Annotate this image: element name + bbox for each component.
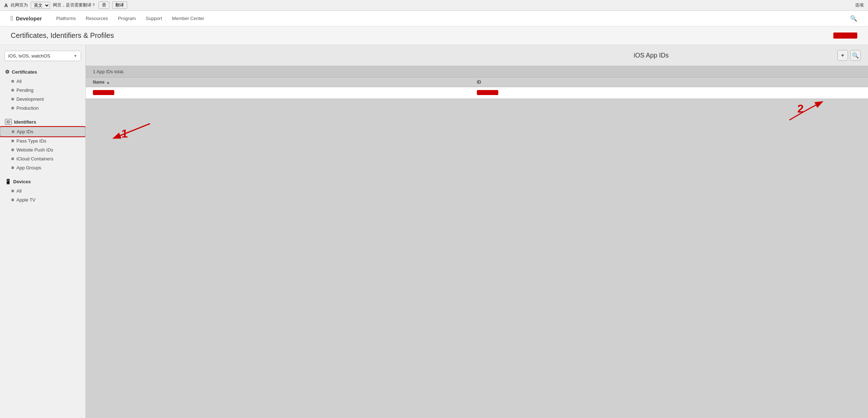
bullet-icon <box>11 140 14 142</box>
sidebar-item-icloud-containers[interactable]: iCloud Containers <box>0 154 85 163</box>
nav-support[interactable]: Support <box>146 16 162 21</box>
devices-icon: 📱 <box>5 179 11 184</box>
content-title: iOS App IDs <box>465 52 837 59</box>
source-language-select[interactable]: 英文 <box>31 2 50 9</box>
col-header-id: ID <box>477 80 861 85</box>
annotation-2-arrow <box>779 99 832 127</box>
devices-section-title: 📱 Devices <box>0 176 85 186</box>
website-push-ids-label: Website Push IDs <box>16 147 53 153</box>
certificates-section-title: ⚙ Certificates <box>0 67 85 77</box>
content-header-actions: + 🔍 <box>837 50 861 61</box>
app-groups-label: App Groups <box>16 165 41 170</box>
user-name[interactable]: Jun Wen <box>833 33 857 39</box>
bullet-icon <box>11 107 14 109</box>
sidebar: iOS, tvOS, watchOS ▼ ⚙ Certificates All … <box>0 45 86 418</box>
table-header: Name ▲ ID <box>86 78 868 87</box>
content-header: iOS App IDs + 🔍 <box>86 45 868 66</box>
annotation-1-label: 1 <box>121 127 128 140</box>
apple-icon:  <box>11 15 13 22</box>
certificates-label: Certificates <box>12 69 37 75</box>
nav-resources[interactable]: Resources <box>86 16 108 21</box>
sidebar-item-certs-pending[interactable]: Pending <box>0 86 85 95</box>
translate-button[interactable]: 翻译 <box>112 1 127 9</box>
page-header: Certificates, Identifiers & Profiles Jun… <box>0 26 868 45</box>
row-name <box>93 90 477 95</box>
content-body: 1 2 <box>86 99 868 418</box>
certificates-icon: ⚙ <box>5 69 10 75</box>
sort-arrow-icon[interactable]: ▲ <box>106 80 110 84</box>
page-title: Certificates, Identifiers & Profiles <box>11 31 114 40</box>
identifiers-section-title: ID Identifiers <box>0 117 85 127</box>
bullet-icon <box>11 89 14 91</box>
platform-dropdown-arrow: ▼ <box>74 54 77 58</box>
bullet-icon <box>11 190 14 192</box>
bullet-icon <box>11 149 14 151</box>
redacted-name <box>93 90 114 95</box>
bullet-icon <box>11 80 14 83</box>
bullet-icon <box>11 98 14 100</box>
content-area: iOS App IDs + 🔍 1 App IDs total. Name ▲ … <box>86 45 868 418</box>
sidebar-item-certs-all[interactable]: All <box>0 77 85 86</box>
app-ids-label: App IDs <box>17 129 33 134</box>
certs-production-label: Production <box>16 105 39 111</box>
sidebar-item-app-groups[interactable]: App Groups <box>0 163 85 172</box>
sidebar-item-website-push-ids[interactable]: Website Push IDs <box>0 145 85 154</box>
sidebar-item-devices-all[interactable]: All <box>0 186 85 195</box>
translate-question-label: 网页，是否需要翻译？ <box>53 2 96 8</box>
translate-this-page-label: 此网页为 <box>11 2 28 8</box>
sidebar-section-certificates: ⚙ Certificates All Pending Development P… <box>0 67 85 113</box>
platform-selector[interactable]: iOS, tvOS, watchOS ▼ <box>4 51 81 61</box>
apple-logo:  Developer <box>11 15 42 22</box>
redacted-id <box>477 90 498 95</box>
developer-label: Developer <box>16 15 42 21</box>
total-count-label: 1 App IDs total. <box>93 69 124 74</box>
sidebar-section-devices: 📱 Devices All Apple TV <box>0 176 85 204</box>
pass-type-ids-label: Pass Type IDs <box>16 138 46 144</box>
content-subheader: 1 App IDs total. <box>86 66 868 78</box>
table-row[interactable] <box>86 87 868 99</box>
bullet-icon <box>11 199 14 201</box>
sidebar-item-pass-type-ids[interactable]: Pass Type IDs <box>0 136 85 145</box>
sidebar-item-app-ids[interactable]: App IDs <box>0 127 85 136</box>
nav-platforms[interactable]: Platforms <box>56 16 76 21</box>
certs-all-label: All <box>16 79 21 84</box>
top-nav-search-icon[interactable]: 🔍 <box>850 15 857 22</box>
platform-label: iOS, tvOS, watchOS <box>8 53 50 59</box>
bullet-icon <box>11 158 14 160</box>
devices-all-label: All <box>16 188 21 194</box>
nav-program[interactable]: Program <box>118 16 136 21</box>
bullet-icon <box>12 130 14 133</box>
certs-pending-label: Pending <box>16 88 34 93</box>
nav-member-center[interactable]: Member Center <box>172 16 204 21</box>
sidebar-item-certs-development[interactable]: Development <box>0 95 85 104</box>
col-header-name: Name ▲ <box>93 80 477 85</box>
identifiers-label: Identifiers <box>14 119 36 125</box>
annotation-1-arrow <box>104 109 161 145</box>
add-button[interactable]: + <box>837 50 848 61</box>
search-icon: 🔍 <box>852 52 859 59</box>
certs-development-label: Development <box>16 96 44 102</box>
main-layout: iOS, tvOS, watchOS ▼ ⚙ Certificates All … <box>0 45 868 418</box>
bullet-icon <box>11 166 14 169</box>
options-button[interactable]: 选项 <box>855 2 864 8</box>
row-id <box>477 90 861 95</box>
icloud-containers-label: iCloud Containers <box>16 156 53 161</box>
top-nav:  Developer Platforms Resources Program … <box>0 11 868 26</box>
devices-label: Devices <box>13 179 31 184</box>
col-id-label: ID <box>477 80 481 85</box>
col-name-label: Name <box>93 80 105 85</box>
annotation-2-label: 2 <box>797 102 804 115</box>
apple-tv-label: Apple TV <box>16 197 35 203</box>
identifiers-icon: ID <box>5 119 12 125</box>
no-translate-button[interactable]: 否 <box>99 1 109 9</box>
top-nav-links: Platforms Resources Program Support Memb… <box>56 16 204 21</box>
sidebar-item-apple-tv[interactable]: Apple TV <box>0 195 85 204</box>
translation-bar: A 此网页为 英文 网页，是否需要翻译？ 否 翻译 选项 <box>0 0 868 11</box>
sidebar-item-certs-production[interactable]: Production <box>0 104 85 113</box>
sidebar-section-identifiers: ID Identifiers App IDs Pass Type IDs Web… <box>0 117 85 172</box>
search-button[interactable]: 🔍 <box>850 50 861 61</box>
translate-icon-a: A <box>4 3 8 8</box>
